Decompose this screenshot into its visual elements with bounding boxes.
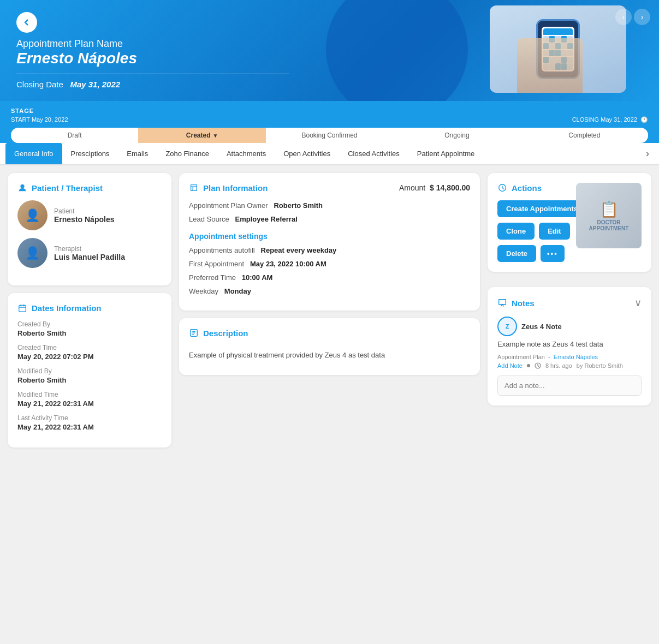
weekday-value: Monday [224, 287, 251, 295]
main-content: Patient / Therapist 👤 Patient Ernesto Ná… [0, 165, 659, 455]
note-meta-row: Add Note 8 hrs. ago by Roberto Smith [497, 362, 642, 369]
tabs-more-button[interactable]: › [642, 144, 654, 164]
add-note-input[interactable] [497, 375, 642, 396]
note-item: Z Zeus 4 Note Example note as Zeus 4 tes… [497, 317, 642, 369]
note-meta: Appointment Plan - Ernesto Nápoles [497, 354, 642, 360]
autofill-label: Appointments autofill [189, 246, 255, 254]
modified-time-value: May 21, 2022 02:31 AM [17, 399, 162, 408]
left-column: Patient / Therapist 👤 Patient Ernesto Ná… [8, 173, 171, 448]
tab-prescriptions[interactable]: Presciptions [62, 143, 118, 165]
plan-info-card: Plan Information Amount $ 14,800.00 Appo… [179, 173, 480, 311]
clone-button[interactable]: Clone [497, 223, 535, 240]
tab-attachments[interactable]: Attachments [218, 143, 275, 165]
description-card: Description Example of physical treatmen… [179, 318, 480, 375]
notes-title: Notes [497, 298, 535, 308]
clock-icon [535, 362, 541, 369]
appt-settings-title: Appointment settings [189, 232, 470, 241]
plan-info-header: Plan Information Amount $ 14,800.00 [189, 183, 470, 193]
patient-name: Ernesto Nápoles [54, 215, 114, 224]
svg-point-0 [20, 184, 24, 188]
owner-row: Appointment Plan Owner Roberto Smith [189, 201, 470, 210]
patient-therapist-title: Patient / Therapist [17, 183, 162, 193]
created-time-value: May 20, 2022 07:02 PM [17, 353, 162, 361]
created-by-value: Roberto Smith [17, 329, 162, 337]
start-date: May 20, 2022 [32, 116, 68, 123]
stage-progress: Draft Created ▼ Booking Confirmed Ongoin… [11, 128, 648, 143]
note-plan-label: Appointment Plan [497, 354, 545, 360]
patient-avatar: 👤 [17, 200, 48, 230]
therapist-name: Luis Manuel Padilla [54, 253, 125, 261]
tab-open-activities[interactable]: Open Activities [275, 143, 339, 165]
note-separator-dot [527, 364, 530, 367]
description-title: Description [189, 328, 470, 338]
stage-dates: START May 20, 2022 CLOSING May 31, 2022 … [11, 116, 648, 123]
nav-prev-button[interactable]: ‹ [615, 9, 632, 25]
owner-label: Appointment Plan Owner [189, 201, 268, 210]
patient-role: Patient [54, 207, 114, 215]
start-label: START [11, 116, 30, 123]
note-plan-link[interactable]: Ernesto Nápoles [554, 354, 598, 360]
stage-bar: STAGE START May 20, 2022 CLOSING May 31,… [0, 101, 659, 143]
lead-source-value: Employee Referral [235, 215, 298, 223]
right-column: Actions 📋 DOCTORAPPOINTMENT Create Appoi… [488, 173, 651, 448]
created-by-label: Created By [17, 320, 162, 328]
edit-button[interactable]: Edit [539, 223, 570, 240]
note-by: by Roberto Smith [577, 362, 623, 369]
modified-time-row: Modified Time May 21, 2022 02:31 AM [17, 391, 162, 408]
tab-zoho-finance[interactable]: Zoho Finance [157, 143, 218, 165]
stage-step-ongoing[interactable]: Ongoing [393, 128, 520, 143]
delete-button[interactable]: Delete [497, 245, 536, 262]
stage-label: STAGE [11, 108, 648, 114]
stage-step-completed[interactable]: Completed [521, 128, 648, 143]
stage-step-draft[interactable]: Draft [11, 128, 138, 143]
tab-general-info[interactable]: General Info [5, 143, 62, 165]
closing-date-stage: May 31, 2022 [601, 116, 637, 123]
owner-value: Roberto Smith [274, 201, 323, 210]
created-by-row: Created By Roberto Smith [17, 320, 162, 337]
dates-info-card: Dates Information Created By Roberto Smi… [8, 293, 171, 448]
tab-patient-appointments[interactable]: Patient Appointme [408, 143, 484, 165]
stage-step-booking[interactable]: Booking Confirmed [266, 128, 393, 143]
notes-collapse-button[interactable]: ∨ [634, 297, 642, 309]
dates-info-title: Dates Information [17, 303, 162, 313]
note-author-avatar: Z [497, 317, 517, 336]
last-activity-row: Last Activity Time May 21, 2022 02:31 AM [17, 414, 162, 431]
first-appt-row: First Appointment May 23, 2022 10:00 AM [189, 260, 470, 268]
actions-image: 📋 DOCTORAPPOINTMENT [576, 183, 642, 248]
patient-therapist-card: Patient / Therapist 👤 Patient Ernesto Ná… [8, 173, 171, 285]
add-note-label[interactable]: Add Note [497, 362, 523, 369]
note-time: 8 hrs. ago [545, 362, 572, 369]
stage-step-created[interactable]: Created ▼ [138, 128, 265, 143]
back-button[interactable] [16, 12, 37, 33]
modified-by-row: Modified By Roberto Smith [17, 367, 162, 384]
therapist-row: 👤 Therapist Luis Manuel Padilla [17, 238, 162, 268]
lead-source-row: Lead Source Employee Referral [189, 215, 470, 223]
preferred-time-value: 10:00 AM [242, 273, 273, 282]
therapist-role: Therapist [54, 245, 125, 253]
modified-by-label: Modified By [17, 367, 162, 375]
plan-amount: Amount $ 14,800.00 [399, 183, 470, 192]
first-appt-label: First Appointment [189, 260, 244, 268]
more-button[interactable]: ••• [541, 245, 565, 262]
preferred-time-label: Preferred Time [189, 273, 236, 282]
closing-label: CLOSING [572, 116, 599, 123]
tab-closed-activities[interactable]: Closed Activities [339, 143, 408, 165]
create-appointments-button[interactable]: Create Appointments [497, 200, 586, 217]
notes-card: Notes ∨ Z Zeus 4 Note Example note as Ze… [488, 287, 651, 406]
stage-closing: CLOSING May 31, 2022 🕐 [572, 116, 648, 123]
note-author-name: Zeus 4 Note [521, 323, 562, 331]
description-text: Example of physical treatment provided b… [189, 345, 470, 365]
svg-rect-1 [19, 306, 26, 312]
plan-info-title: Plan Information [189, 183, 268, 193]
nav-next-button[interactable]: › [634, 9, 650, 25]
therapist-avatar: 👤 [17, 238, 48, 268]
therapist-info: Therapist Luis Manuel Padilla [54, 245, 125, 261]
nav-arrows[interactable]: ‹ › [615, 9, 650, 25]
middle-column: Plan Information Amount $ 14,800.00 Appo… [179, 173, 480, 448]
closing-date-value: May 31, 2022 [70, 80, 120, 89]
autofill-value: Repeat every weekday [261, 246, 337, 254]
created-time-label: Created Time [17, 344, 162, 351]
first-appt-value: May 23, 2022 10:00 AM [250, 260, 326, 268]
modified-by-value: Roberto Smith [17, 376, 162, 384]
tab-emails[interactable]: Emails [118, 143, 157, 165]
